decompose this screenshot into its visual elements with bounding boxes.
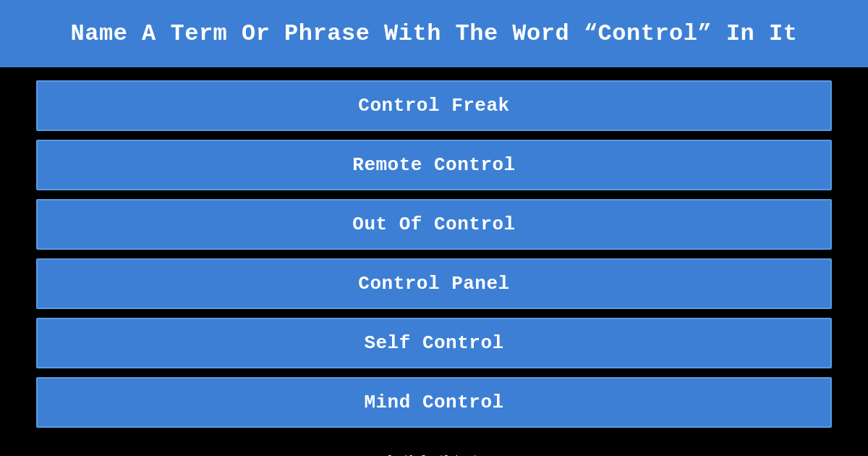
answer-row-1: Control Freak bbox=[36, 80, 832, 131]
answer-text-2: Remote Control bbox=[352, 154, 515, 176]
answer-text-1: Control Freak bbox=[358, 95, 509, 117]
answers-container: Control FreakRemote ControlOut Of Contro… bbox=[0, 67, 868, 441]
answer-row-5: Self Control bbox=[36, 318, 832, 368]
answer-row-6: Mind Control bbox=[36, 377, 832, 428]
answer-text-4: Control Panel bbox=[358, 273, 509, 295]
header-title: Name A Term Or Phrase With The Word “Con… bbox=[71, 20, 798, 47]
footer: www.familyfeudfriends.com bbox=[0, 448, 868, 456]
answer-text-3: Out Of Control bbox=[352, 214, 515, 235]
answer-text-6: Mind Control bbox=[364, 392, 503, 413]
answer-row-2: Remote Control bbox=[36, 140, 832, 190]
answer-row-4: Control Panel bbox=[36, 258, 832, 309]
header: Name A Term Or Phrase With The Word “Con… bbox=[0, 0, 868, 67]
answer-row-3: Out Of Control bbox=[36, 199, 832, 250]
answer-text-5: Self Control bbox=[364, 332, 503, 354]
